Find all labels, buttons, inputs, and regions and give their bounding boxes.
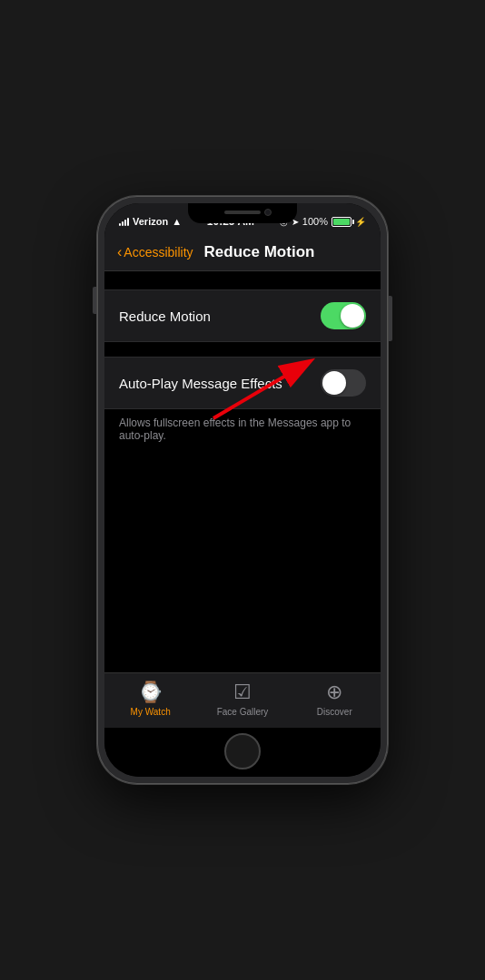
back-label: Accessibility <box>124 245 193 260</box>
nav-header: ‹ Accessibility Reduce Motion <box>104 236 381 271</box>
reduce-motion-toggle[interactable] <box>321 302 366 329</box>
carrier-label: Verizon <box>133 216 168 227</box>
signal-bars <box>119 217 129 226</box>
reduce-motion-row: Reduce Motion <box>104 289 381 342</box>
wifi-icon: ▲ <box>172 216 182 227</box>
face-gallery-label: Face Gallery <box>217 707 269 717</box>
reduce-motion-label: Reduce Motion <box>119 309 211 324</box>
charging-icon: ⚡ <box>355 217 366 227</box>
battery-label: 100% <box>302 216 328 227</box>
speaker <box>224 211 261 214</box>
autoplay-label: Auto-Play Message Effects <box>119 376 282 391</box>
discover-label: Discover <box>317 707 352 717</box>
tab-discover[interactable]: ⊕ Discover <box>307 681 361 717</box>
autoplay-toggle[interactable] <box>321 369 366 397</box>
face-gallery-icon: ☑ <box>233 681 252 704</box>
battery-fill <box>333 219 350 225</box>
battery-body <box>332 217 351 227</box>
home-indicator <box>104 728 381 777</box>
home-button[interactable] <box>224 733 261 769</box>
tab-face-gallery[interactable]: ☑ Face Gallery <box>215 681 270 717</box>
back-chevron-icon: ‹ <box>117 244 122 260</box>
tab-bar: ⌚ My Watch ☑ Face Gallery ⊕ Discover <box>104 672 381 728</box>
tab-my-watch[interactable]: ⌚ My Watch <box>124 681 178 717</box>
phone-device: Verizon ▲ 10:25 AM ◎ ➤ 100% ⚡ ‹ Accessib… <box>97 196 388 784</box>
battery-container <box>332 217 351 227</box>
autoplay-toggle-knob <box>322 371 346 395</box>
phone-screen: Verizon ▲ 10:25 AM ◎ ➤ 100% ⚡ ‹ Accessib… <box>104 203 381 777</box>
settings-content: Reduce Motion Auto-Play Message Effects <box>104 271 381 672</box>
camera <box>264 209 272 216</box>
back-button[interactable]: ‹ Accessibility <box>117 244 193 260</box>
notch <box>188 203 297 223</box>
status-left: Verizon ▲ <box>119 216 182 227</box>
my-watch-label: My Watch <box>131 707 171 717</box>
autoplay-section: Auto-Play Message Effects <box>104 357 381 453</box>
reduce-motion-toggle-knob <box>341 304 364 328</box>
my-watch-icon: ⌚ <box>138 681 163 704</box>
autoplay-row: Auto-Play Message Effects <box>104 357 381 409</box>
discover-icon: ⊕ <box>326 681 342 704</box>
page-title: Reduce Motion <box>204 243 368 261</box>
reduce-motion-section: Reduce Motion <box>104 289 381 342</box>
autoplay-description: Allows fullscreen effects in the Message… <box>104 409 381 453</box>
